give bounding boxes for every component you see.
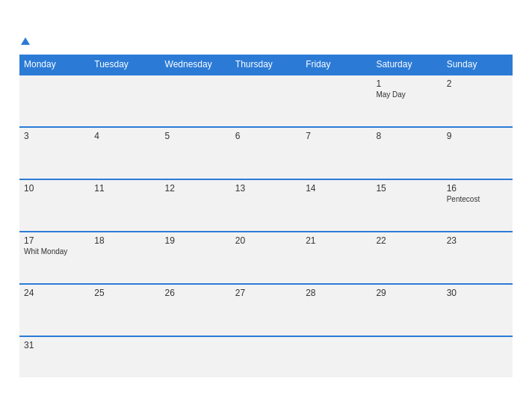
calendar-header (19, 34, 513, 47)
day-number: 17 (24, 235, 85, 246)
day-number: 9 (447, 131, 508, 141)
day-number: 22 (376, 235, 437, 246)
calendar-cell: 18 (90, 232, 160, 284)
calendar-cell: 26 (161, 284, 231, 336)
calendar-cell (90, 75, 160, 127)
day-number: 14 (306, 183, 367, 194)
calendar-cell: 6 (231, 127, 301, 179)
weekday-header-row: MondayTuesdayWednesdayThursdayFridaySatu… (19, 55, 513, 75)
calendar-cell: 30 (442, 284, 513, 336)
week-row-3: 10111213141516Pentecost (19, 179, 513, 232)
calendar-cell (231, 75, 301, 127)
calendar-cell: 17Whit Monday (19, 232, 90, 284)
calendar-cell: 5 (161, 127, 231, 179)
calendar-cell: 12 (161, 179, 231, 232)
weekday-header-tuesday: Tuesday (90, 55, 160, 75)
calendar-cell (90, 336, 160, 377)
day-number: 12 (165, 183, 226, 194)
calendar-cell: 13 (231, 179, 301, 232)
day-number: 11 (94, 183, 155, 194)
logo-triangle-icon (21, 37, 30, 45)
calendar-cell: 28 (301, 284, 371, 336)
holiday-name: Whit Monday (24, 247, 85, 256)
day-number: 31 (24, 340, 85, 350)
day-number: 2 (447, 78, 508, 89)
calendar-cell: 9 (442, 127, 513, 179)
day-number: 8 (376, 131, 437, 141)
day-number: 27 (235, 288, 297, 298)
calendar-cell (371, 336, 442, 377)
calendar-cell: 2 (442, 75, 513, 127)
calendar-cell (19, 75, 90, 127)
calendar-cell: 27 (231, 284, 301, 336)
calendar-table: MondayTuesdayWednesdayThursdayFridaySatu… (19, 55, 513, 377)
day-number: 3 (24, 131, 85, 141)
week-row-1: 1May Day2 (19, 75, 513, 127)
calendar-cell: 14 (301, 179, 371, 232)
calendar-cell: 19 (161, 232, 231, 284)
calendar-cell: 23 (442, 232, 513, 284)
calendar-cell (442, 336, 513, 377)
day-number: 10 (24, 183, 85, 194)
week-row-5: 24252627282930 (19, 284, 513, 336)
calendar-cell: 29 (371, 284, 442, 336)
day-number: 13 (235, 183, 297, 194)
calendar-cell (231, 336, 301, 377)
day-number: 30 (447, 288, 508, 298)
week-row-4: 17Whit Monday181920212223 (19, 232, 513, 284)
day-number: 20 (235, 235, 297, 246)
day-number: 26 (165, 288, 226, 298)
week-row-2: 3456789 (19, 127, 513, 179)
logo (19, 34, 30, 47)
weekday-header-thursday: Thursday (231, 55, 301, 75)
day-number: 1 (376, 78, 437, 89)
day-number: 25 (94, 288, 155, 298)
calendar-cell: 20 (231, 232, 301, 284)
day-number: 21 (306, 235, 367, 246)
calendar-wrapper: MondayTuesdayWednesdayThursdayFridaySatu… (8, 26, 524, 385)
holiday-name: May Day (376, 90, 437, 99)
calendar-cell: 21 (301, 232, 371, 284)
calendar-cell: 25 (90, 284, 160, 336)
calendar-cell (301, 336, 371, 377)
day-number: 23 (447, 235, 508, 246)
day-number: 4 (94, 131, 155, 141)
day-number: 28 (306, 288, 367, 298)
calendar-cell (301, 75, 371, 127)
day-number: 29 (376, 288, 437, 298)
calendar-cell: 10 (19, 179, 90, 232)
day-number: 24 (24, 288, 85, 298)
day-number: 5 (165, 131, 226, 141)
week-row-6: 31 (19, 336, 513, 377)
day-number: 18 (94, 235, 155, 246)
weekday-header-wednesday: Wednesday (161, 55, 231, 75)
calendar-cell: 3 (19, 127, 90, 179)
day-number: 7 (306, 131, 367, 141)
weekday-header-monday: Monday (19, 55, 90, 75)
calendar-cell: 7 (301, 127, 371, 179)
calendar-cell: 8 (371, 127, 442, 179)
calendar-cell (161, 336, 231, 377)
calendar-cell: 16Pentecost (442, 179, 513, 232)
day-number: 6 (235, 131, 297, 141)
day-number: 16 (447, 183, 508, 194)
weekday-header-saturday: Saturday (371, 55, 442, 75)
calendar-cell: 11 (90, 179, 160, 232)
calendar-cell (161, 75, 231, 127)
calendar-cell: 24 (19, 284, 90, 336)
day-number: 15 (376, 183, 437, 194)
weekday-header-friday: Friday (301, 55, 371, 75)
holiday-name: Pentecost (447, 195, 508, 203)
calendar-cell: 1May Day (371, 75, 442, 127)
day-number: 19 (165, 235, 226, 246)
calendar-cell: 22 (371, 232, 442, 284)
logo-general (19, 34, 30, 47)
weekday-header-sunday: Sunday (442, 55, 513, 75)
calendar-cell: 4 (90, 127, 160, 179)
calendar-cell: 15 (371, 179, 442, 232)
calendar-cell: 31 (19, 336, 90, 377)
